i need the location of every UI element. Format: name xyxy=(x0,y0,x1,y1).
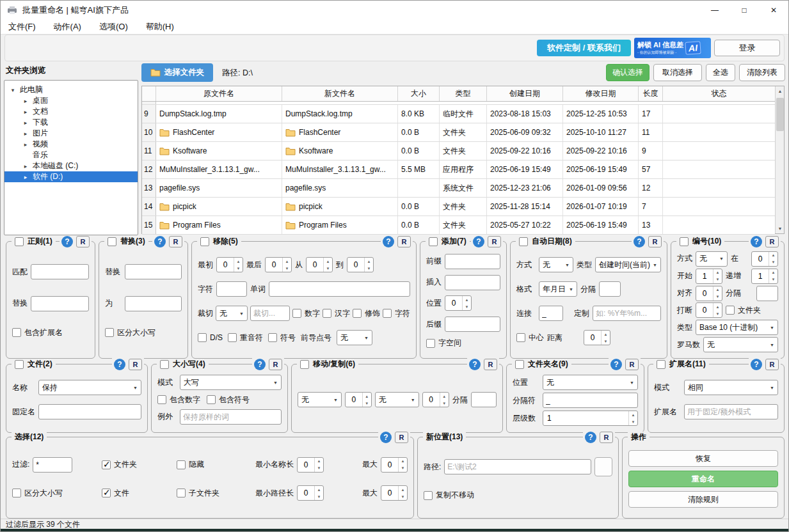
spin-up-icon[interactable]: ▲ xyxy=(713,303,722,310)
clear-rules-button[interactable]: 清除规则 xyxy=(628,491,778,508)
tree-item-pictures[interactable]: ▸图片 xyxy=(4,128,138,139)
reset-button[interactable]: R xyxy=(765,236,779,247)
menu-help[interactable]: 帮助(H) xyxy=(146,21,174,33)
movecopy-mode2-dropdown[interactable]: 无▼ xyxy=(375,392,419,407)
suffix-input[interactable] xyxy=(445,317,500,332)
spin-up-icon[interactable]: ▲ xyxy=(629,411,637,418)
spin-down-icon[interactable]: ▼ xyxy=(283,265,291,272)
spin-up-icon[interactable]: ▲ xyxy=(713,286,722,293)
remove-words-input[interactable] xyxy=(269,281,410,297)
menu-actions[interactable]: 动作(A) xyxy=(54,21,81,33)
spin-down-icon[interactable]: ▼ xyxy=(315,465,323,472)
case-mode-dropdown[interactable]: 大写▼ xyxy=(180,375,282,390)
spin-up-icon[interactable]: ▲ xyxy=(713,269,722,276)
spin-down-icon[interactable]: ▼ xyxy=(315,493,323,500)
reset-button[interactable]: R xyxy=(129,359,142,370)
spin-down-icon[interactable]: ▼ xyxy=(399,465,407,472)
spin-up-icon[interactable]: ▲ xyxy=(399,458,407,465)
expand-arrow-icon[interactable]: ▸ xyxy=(22,174,29,180)
word-space-checkbox[interactable]: 字空间 xyxy=(426,338,500,348)
spin-down-icon[interactable]: ▼ xyxy=(440,400,449,407)
date-join-input[interactable] xyxy=(539,306,563,321)
replace-find-input[interactable] xyxy=(125,264,182,279)
prefix-input[interactable] xyxy=(445,254,500,269)
spin-down-icon[interactable]: ▼ xyxy=(463,303,471,310)
number-base-dropdown[interactable]: Base 10 (十进制)▼ xyxy=(696,320,778,335)
folders-checkbox[interactable]: 文件夹 xyxy=(102,459,173,470)
date-mode-dropdown[interactable]: 无▼ xyxy=(539,257,573,272)
spin-up-icon[interactable]: ▲ xyxy=(463,296,471,303)
column-header-type[interactable]: 类型 xyxy=(440,86,487,101)
foldername-separator-input[interactable] xyxy=(543,393,638,408)
reset-button[interactable]: R xyxy=(484,359,497,370)
roman-dropdown[interactable]: 无▼ xyxy=(703,337,778,352)
digits-checkbox[interactable]: 数字 xyxy=(292,308,320,319)
ds-checkbox[interactable]: D/S xyxy=(198,333,223,342)
expand-arrow-icon[interactable]: ▸ xyxy=(22,163,29,169)
copy-not-move-checkbox[interactable]: 复制不移动 xyxy=(424,490,612,501)
scroll-down-icon[interactable]: ▼ xyxy=(776,224,785,233)
help-icon[interactable]: ? xyxy=(610,359,622,370)
remove-to-spinner[interactable]: 0▲▼ xyxy=(347,257,374,272)
case-sensitive-checkbox[interactable]: 区分大小写 xyxy=(105,327,182,338)
include-extension-checkbox[interactable]: 包含扩展名 xyxy=(12,327,89,338)
spin-down-icon[interactable]: ▼ xyxy=(629,418,637,425)
tree-item-desktop[interactable]: ▸桌面 xyxy=(4,95,138,106)
extension-input[interactable] xyxy=(684,404,778,419)
include-digits-checkbox[interactable]: 包含数字 xyxy=(157,395,200,405)
fixed-name-input[interactable] xyxy=(38,404,141,419)
tree-item-disk-c[interactable]: ▸本地磁盘 (C:) xyxy=(4,160,138,171)
spin-down-icon[interactable]: ▼ xyxy=(365,265,373,272)
crop-dropdown[interactable]: 无▼ xyxy=(216,306,248,321)
min-path-spinner[interactable]: 0▲▼ xyxy=(297,485,324,501)
spin-down-icon[interactable]: ▼ xyxy=(234,265,243,272)
select-all-button[interactable]: 全选 xyxy=(706,64,735,81)
spin-down-icon[interactable]: ▼ xyxy=(713,310,722,317)
spin-up-icon[interactable]: ▲ xyxy=(315,486,323,493)
menu-options[interactable]: 选项(O) xyxy=(99,21,128,33)
number-increment-spinner[interactable]: 1▲▼ xyxy=(751,269,778,284)
movecopy-enable-checkbox[interactable] xyxy=(300,360,309,369)
help-icon[interactable]: ? xyxy=(154,236,166,247)
file-name-dropdown[interactable]: 保持▼ xyxy=(38,380,141,395)
hidden-checkbox[interactable]: 隐藏 xyxy=(177,459,252,470)
spin-up-icon[interactable]: ▲ xyxy=(769,252,777,259)
contact-us-button[interactable]: 软件定制 / 联系我们 xyxy=(537,40,631,56)
remove-last-spinner[interactable]: 0▲▼ xyxy=(265,257,292,272)
table-row[interactable]: 14 picpick picpick 0.0 B 文件夹 2025-11-28 … xyxy=(142,198,775,216)
leading-dots-dropdown[interactable]: 无▼ xyxy=(337,330,372,345)
reset-button[interactable]: R xyxy=(648,236,662,247)
tree-item-videos[interactable]: ▸视频 xyxy=(4,139,138,150)
rename-button[interactable]: 重命名 xyxy=(628,471,778,487)
close-button[interactable]: ✕ xyxy=(759,1,788,20)
spin-down-icon[interactable]: ▼ xyxy=(769,276,777,283)
include-symbols-checkbox[interactable]: 包含符号 xyxy=(207,395,250,405)
table-row[interactable]: 11 Ksoftware Ksoftware 0.0 B 文件夹 2025-09… xyxy=(142,142,775,160)
column-header-modified[interactable]: 修改日期 xyxy=(563,86,639,101)
reset-button[interactable]: R xyxy=(600,432,613,443)
case-sensitive-checkbox[interactable]: 区分大小写 xyxy=(12,488,99,499)
column-header-index[interactable] xyxy=(142,86,156,101)
spin-up-icon[interactable]: ▲ xyxy=(365,258,373,265)
insert-position-spinner[interactable]: 0▲▼ xyxy=(445,295,472,311)
tree-item-music[interactable]: 音乐 xyxy=(4,150,138,160)
files-checkbox[interactable]: 文件 xyxy=(102,488,173,499)
replace-with-input[interactable] xyxy=(125,296,182,311)
accents-checkbox[interactable]: 重音符 xyxy=(228,332,263,343)
tree-item-documents[interactable]: ▸文档 xyxy=(4,106,138,117)
expand-arrow-icon[interactable]: ▸ xyxy=(22,109,29,115)
reset-button[interactable]: R xyxy=(397,236,411,247)
spin-up-icon[interactable]: ▲ xyxy=(363,393,371,400)
movecopy-count1-spinner[interactable]: 0▲▼ xyxy=(345,392,372,407)
spin-up-icon[interactable]: ▲ xyxy=(283,258,291,265)
spin-down-icon[interactable]: ▼ xyxy=(602,338,610,345)
folders-checkbox[interactable]: 文件夹 xyxy=(726,305,761,316)
max-name-spinner[interactable]: 0▲▼ xyxy=(381,457,408,473)
help-icon[interactable]: ? xyxy=(61,236,73,247)
add-enable-checkbox[interactable] xyxy=(429,237,438,246)
restore-button[interactable]: 恢复 xyxy=(628,450,778,467)
date-format-dropdown[interactable]: 年月日▼ xyxy=(539,281,577,297)
levels-spinner[interactable]: 1▲▼ xyxy=(543,411,638,426)
number-break-spinner[interactable]: 0▲▼ xyxy=(696,302,722,318)
foldername-position-dropdown[interactable]: 无▼ xyxy=(543,375,638,390)
